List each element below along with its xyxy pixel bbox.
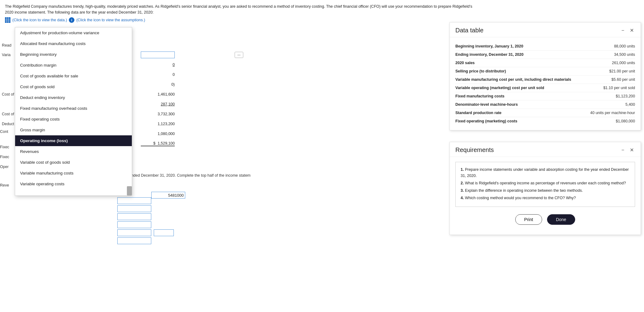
intro-text: The Ridgefield Company manufactures tren… (5, 4, 480, 15)
dropdown-item-13[interactable]: Variable manufacturing costs (15, 168, 132, 179)
requirements-actions: Print Done (455, 212, 635, 230)
data-label-9: Fixed operating (marketing) costs (455, 119, 616, 123)
data-value-9: $1,080,000 (616, 119, 635, 123)
data-value-5: $1.10 per unit sold (603, 86, 635, 90)
input-3[interactable] (117, 213, 151, 220)
val-0-1: 0 (141, 63, 175, 67)
info-icon[interactable]: i (69, 17, 74, 23)
val-0-2: 0 (141, 72, 175, 77)
data-link[interactable]: (Click the icon to view the data.) (12, 18, 67, 22)
requirements-panel: Requirements − ✕ 1. Prepare income state… (450, 142, 641, 235)
data-value-1: 34,500 units (614, 52, 635, 57)
input-2[interactable] (117, 205, 151, 212)
input-row-5 (117, 229, 174, 236)
dropdown-item-6[interactable]: Deduct ending inventory (15, 92, 132, 103)
data-value-6: $1,123,200 (616, 94, 635, 98)
data-value-8: 40 units per machine-hour (590, 111, 635, 115)
requirements-minimize-button[interactable]: − (620, 147, 625, 154)
requirements-header: Requirements − ✕ (450, 142, 641, 157)
input-6[interactable] (117, 237, 151, 244)
val-0-3: 0) (141, 82, 175, 87)
data-row-8: Standard production rate 40 units per ma… (455, 109, 635, 117)
data-label-7: Denominator-level machine-hours (455, 102, 625, 107)
input-4[interactable] (117, 221, 151, 228)
dropdown-item-12[interactable]: Variable cost of goods sold (15, 157, 132, 168)
input-5[interactable] (117, 229, 151, 236)
dropdown-item-0[interactable]: Adjustment for production-volume varianc… (15, 27, 132, 38)
data-label-6: Fixed manufacturing costs (455, 94, 616, 98)
total-val: $ 1,529,100 (141, 141, 175, 146)
ellipsis-button[interactable]: ··· (235, 52, 243, 58)
dropdown-item-5[interactable]: Cost of goods sold (15, 81, 132, 92)
cogs-val: 3,732,300 (141, 112, 175, 116)
data-label-1: Ending inventory, December 31, 2020 (455, 52, 614, 57)
oper-label: Oper (0, 165, 9, 169)
req-item-1: 2. What is Ridgefield's operating income… (461, 180, 630, 186)
assumptions-link[interactable]: (Click the icon to view the assumptions.… (76, 18, 145, 22)
dropdown-scrollbar[interactable] (127, 186, 132, 195)
data-label-4: Variable manufacturing cost per unit, in… (455, 77, 612, 82)
data-row-4: Variable manufacturing cost per unit, in… (455, 76, 635, 84)
grid-icon[interactable] (5, 17, 10, 23)
print-button[interactable]: Print (515, 214, 542, 225)
data-row-6: Fixed manufacturing costs $1,123,200 (455, 92, 635, 101)
varia-input[interactable] (141, 51, 175, 58)
fixed2-label: Fixec (0, 155, 9, 159)
data-table-controls: − ✕ (620, 27, 635, 34)
dropdown-item-1[interactable]: Allocated fixed manufacturing costs (15, 38, 132, 49)
data-row-0: Beginning inventory, January 1, 2020 88,… (455, 42, 635, 51)
data-value-4: $5.60 per unit (612, 77, 635, 82)
input-row-3 (117, 213, 174, 220)
data-table-close-button[interactable]: ✕ (629, 27, 635, 34)
now-p-text: e year ended December 31, 2020. Complete… (117, 173, 251, 178)
deduct-val: 1,123,200 (141, 122, 175, 126)
data-row-1: Ending inventory, December 31, 2020 34,5… (455, 51, 635, 59)
data-row-9: Fixed operating (marketing) costs $1,080… (455, 117, 635, 125)
req-item-2: 3. Explain the difference in operating i… (461, 187, 630, 194)
input-row-4 (117, 221, 174, 228)
requirements-box: 1. Prepare income statements under varia… (455, 162, 635, 207)
revenues-value-cell[interactable]: 5481000 (151, 192, 185, 199)
data-table-header: Data table − ✕ (450, 23, 641, 37)
data-row-5: Variable operating (marketing) cost per … (455, 84, 635, 92)
data-table-panel: Data table − ✕ Beginning inventory, Janu… (450, 22, 641, 130)
data-label-3: Selling price (to distributor) (455, 69, 609, 73)
input-row-2 (117, 205, 174, 212)
data-table-title: Data table (455, 27, 483, 34)
data-table-body: Beginning inventory, January 1, 2020 88,… (450, 37, 641, 130)
val-287: 287,100 (141, 102, 175, 106)
dropdown-item-3[interactable]: Contribution margin (15, 60, 132, 71)
dropdown-item-11[interactable]: Revenues (15, 146, 132, 157)
input-row-6 (117, 237, 174, 244)
data-label-8: Standard production rate (455, 111, 590, 115)
data-label-0: Beginning inventory, January 1, 2020 (455, 44, 614, 48)
requirements-close-button[interactable]: ✕ (629, 146, 635, 154)
dropdown-item-10[interactable]: Operating income (loss) (15, 135, 132, 146)
dropdown-item-4[interactable]: Cost of goods available for sale (15, 71, 132, 81)
dropdown-item-14[interactable]: Variable operating costs (15, 179, 132, 189)
cont-label: Cont (0, 129, 8, 134)
requirements-title: Requirements (455, 146, 494, 154)
req-item-0: 1. Prepare income statements under varia… (461, 166, 630, 179)
fixed1-label: Fixec (0, 145, 9, 149)
requirements-body: 1. Prepare income statements under varia… (450, 157, 641, 235)
data-label-5: Variable operating (marketing) cost per … (455, 86, 603, 90)
svg-rect-0 (5, 17, 10, 23)
dropdown-item-9[interactable]: Gross margin (15, 125, 132, 135)
data-row-7: Denominator-level machine-hours 5,400 (455, 101, 635, 109)
data-value-3: $21.00 per unit (609, 69, 635, 73)
data-table-minimize-button[interactable]: − (620, 27, 625, 34)
req-item-3: 4. Which costing method would you recomm… (461, 195, 630, 201)
val-1080: 1,080,000 (141, 132, 175, 136)
data-row-2: 2020 sales 261,000 units (455, 59, 635, 67)
cogs-avail-val: 1,461,600 (141, 92, 175, 96)
dropdown-item-2[interactable]: Beginning inventory (15, 49, 132, 60)
dropdown-item-7[interactable]: Fixed manufacturing overhead costs (15, 103, 132, 114)
input-1[interactable] (117, 197, 151, 204)
links-row: (Click the icon to view the data.) i (Cl… (5, 17, 639, 23)
data-value-2: 261,000 units (612, 61, 635, 65)
data-value-0: 88,000 units (614, 44, 635, 48)
input-5b[interactable] (154, 229, 174, 236)
dropdown-item-8[interactable]: Fixed operating costs (15, 114, 132, 125)
done-button[interactable]: Done (547, 214, 575, 225)
